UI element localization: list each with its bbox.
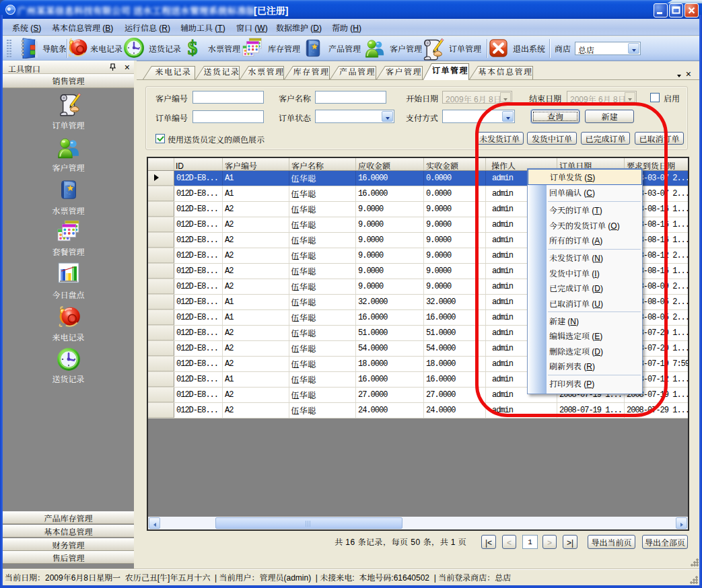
svg-text:$: $ — [188, 37, 198, 59]
